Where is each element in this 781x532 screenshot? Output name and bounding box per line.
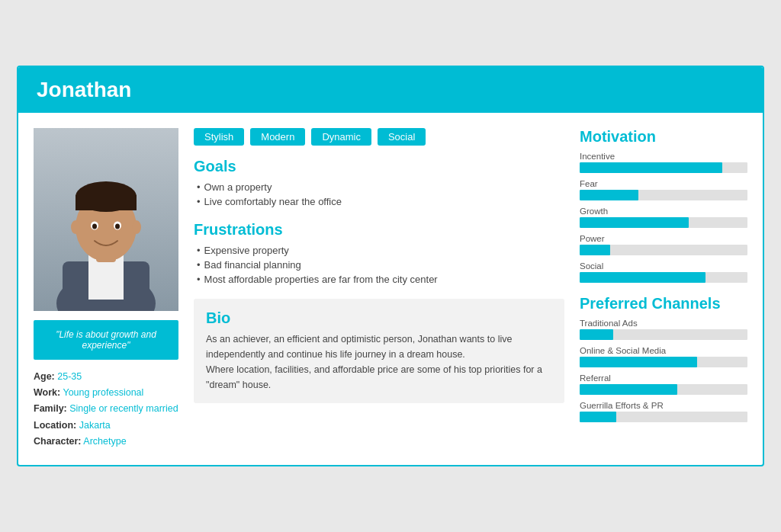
bar-fill [580, 412, 616, 422]
bar-fill [580, 245, 610, 255]
bio-title: Bio [206, 309, 552, 327]
bar-track [580, 329, 747, 340]
bar-label: Social [580, 261, 747, 271]
bar-label: Power [580, 234, 747, 243]
frustrations-list: Expensive propertyBad financial planning… [194, 243, 564, 287]
goals-title: Goals [194, 158, 564, 175]
tags-row: StylishModernDynamicSocial [194, 128, 564, 146]
info-item: Character: Archetype [34, 434, 178, 450]
bar-track [580, 190, 747, 200]
bar-item: Fear [580, 179, 747, 200]
bar-track [580, 357, 747, 367]
info-label: Family: [34, 403, 67, 414]
bar-label: Traditional Ads [580, 319, 747, 328]
channels-title: Preferred Channels [580, 295, 747, 312]
bar-label: Online & Social Media [580, 346, 747, 355]
bar-item: Growth [580, 207, 747, 228]
left-column: "Life is about growth and experience" Ag… [34, 128, 178, 450]
svg-point-13 [132, 220, 141, 234]
profile-header: Jonathan [18, 67, 763, 113]
svg-point-11 [115, 223, 120, 229]
info-value: 25-35 [57, 371, 82, 382]
motivation-bars: Incentive Fear Growth Power Social [580, 152, 747, 283]
quote-text: "Life is about growth and experience" [56, 329, 156, 351]
frustration-item: Most affordable properties are far from … [197, 272, 564, 287]
bar-track [580, 162, 747, 173]
tag: Social [378, 128, 426, 146]
svg-point-10 [92, 223, 97, 229]
info-item: Location: Jakarta [34, 418, 178, 434]
bar-fill [580, 384, 677, 395]
quote-box: "Life is about growth and experience" [34, 320, 178, 360]
avatar [34, 128, 178, 311]
info-item: Family: Single or recently married [34, 401, 178, 417]
bar-fill [580, 217, 689, 228]
bar-label: Guerrilla Efforts & PR [580, 401, 747, 410]
bar-fill [580, 329, 613, 340]
tag: Stylish [194, 128, 244, 146]
bio-text: As an achiever, an efficient and optimis… [206, 332, 552, 393]
info-value: Young professional [63, 387, 143, 398]
bar-item: Traditional Ads [580, 319, 747, 340]
frustrations-title: Frustrations [194, 221, 564, 239]
info-value: Jakarta [79, 420, 111, 431]
channels-bars: Traditional Ads Online & Social Media Re… [580, 319, 747, 422]
info-value: Single or recently married [69, 403, 178, 414]
middle-column: StylishModernDynamicSocial Goals Own a p… [194, 128, 564, 450]
goal-item: Live comfortably near the office [197, 194, 564, 209]
bar-fill [580, 272, 705, 283]
tag: Dynamic [311, 128, 371, 146]
profile-card: Jonathan [17, 66, 764, 466]
bio-section: Bio As an achiever, an efficient and opt… [194, 299, 564, 403]
goal-item: Own a property [197, 180, 564, 194]
bar-item: Incentive [580, 152, 747, 173]
bar-fill [580, 162, 722, 173]
frustration-item: Bad financial planning [197, 258, 564, 272]
goals-list: Own a propertyLive comfortably near the … [194, 180, 564, 209]
bar-label: Growth [580, 207, 747, 216]
profile-name: Jonathan [37, 78, 744, 102]
bar-track [580, 412, 747, 422]
bar-label: Fear [580, 179, 747, 188]
bar-label: Referral [580, 373, 747, 383]
info-label: Location: [34, 420, 76, 431]
info-label: Age: [34, 371, 55, 382]
info-label: Character: [34, 436, 82, 447]
bar-item: Social [580, 261, 747, 283]
motivation-section: Motivation Incentive Fear Growth Power [580, 128, 747, 283]
tag: Modern [250, 128, 305, 146]
svg-rect-7 [76, 195, 137, 210]
svg-point-12 [71, 220, 80, 234]
info-item: Work: Young professional [34, 385, 178, 401]
bar-item: Online & Social Media [580, 346, 747, 367]
bar-fill [580, 357, 697, 367]
bar-item: Referral [580, 373, 747, 395]
info-label: Work: [34, 387, 60, 398]
bar-fill [580, 190, 638, 200]
right-column: Motivation Incentive Fear Growth Power [580, 128, 747, 450]
bar-label: Incentive [580, 152, 747, 161]
info-value: Archetype [83, 436, 126, 447]
goals-section: Goals Own a propertyLive comfortably nea… [194, 158, 564, 209]
profile-body: "Life is about growth and experience" Ag… [18, 113, 763, 465]
bar-track [580, 217, 747, 228]
bar-track [580, 384, 747, 395]
bar-track [580, 272, 747, 283]
bar-item: Guerrilla Efforts & PR [580, 401, 747, 422]
info-box: Age: 25-35Work: Young professionalFamily… [34, 369, 178, 450]
motivation-title: Motivation [580, 128, 747, 146]
bar-item: Power [580, 234, 747, 255]
bar-track [580, 245, 747, 255]
info-item: Age: 25-35 [34, 369, 178, 385]
frustration-item: Expensive property [197, 243, 564, 258]
channels-section: Preferred Channels Traditional Ads Onlin… [580, 295, 747, 422]
frustrations-section: Frustrations Expensive propertyBad finan… [194, 221, 564, 287]
